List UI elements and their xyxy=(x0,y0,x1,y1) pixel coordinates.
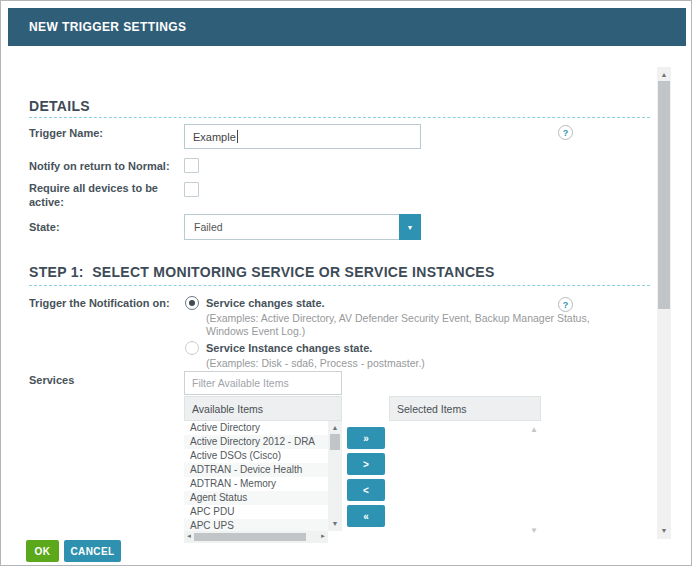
scroll-up-icon[interactable]: ▲ xyxy=(657,70,671,80)
available-items-list: Active DirectoryActive Directory 2012 - … xyxy=(184,421,328,531)
available-list-hscrollbar[interactable]: ◄ ► xyxy=(184,531,328,543)
chevron-down-icon[interactable]: ▼ xyxy=(399,214,421,240)
scroll-up-icon[interactable]: ▲ xyxy=(530,425,538,434)
radio-service-changes-state[interactable] xyxy=(185,296,199,310)
option1-example-line2: Windows Event Log.) xyxy=(206,325,305,338)
option2-example: (Examples: Disk - sda6, Process - postma… xyxy=(206,357,425,370)
available-items-listbox: Active DirectoryActive Directory 2012 - … xyxy=(184,421,342,543)
scroll-right-icon[interactable]: ► xyxy=(320,533,326,539)
require-active-checkbox[interactable] xyxy=(184,182,199,197)
scroll-down-icon[interactable]: ▼ xyxy=(657,526,671,536)
details-heading: DETAILS xyxy=(29,98,90,114)
selected-items-list xyxy=(389,421,541,543)
radio-service-instance-label: Service Instance changes state. xyxy=(206,342,372,354)
move-all-right-button[interactable]: » xyxy=(347,427,385,449)
section-divider xyxy=(29,285,650,286)
scroll-down-icon[interactable]: ▼ xyxy=(328,519,342,529)
move-all-left-button[interactable]: « xyxy=(347,505,385,527)
scrollbar-thumb[interactable] xyxy=(330,434,340,450)
dialog-title: NEW TRIGGER SETTINGS xyxy=(29,20,186,34)
trigger-name-input[interactable]: Example xyxy=(184,124,421,149)
notify-normal-checkbox[interactable] xyxy=(184,158,199,173)
page-scrollbar[interactable]: ▲ ▼ xyxy=(657,67,671,539)
list-item[interactable]: Agent Status xyxy=(184,491,328,505)
list-item[interactable]: ADTRAN - Device Health xyxy=(184,463,328,477)
available-list-vscrollbar[interactable]: ▲ ▼ xyxy=(328,421,342,531)
selected-items-listbox: ▲ ▼ xyxy=(389,421,541,543)
trigger-name-value: Example xyxy=(193,131,236,143)
state-select[interactable]: Failed ▼ xyxy=(184,214,421,240)
option1-example-line1: (Examples: Active Directory, AV Defender… xyxy=(206,312,590,325)
scroll-down-icon[interactable]: ▼ xyxy=(530,526,538,535)
scroll-left-icon[interactable]: ◄ xyxy=(186,533,192,539)
scroll-up-icon[interactable]: ▲ xyxy=(328,423,342,433)
cancel-button[interactable]: CANCEL xyxy=(64,540,121,562)
require-active-label: Require all devices to be active: xyxy=(29,182,181,209)
services-label: Services xyxy=(29,374,181,388)
move-left-button[interactable]: < xyxy=(347,479,385,501)
help-icon[interactable]: ? xyxy=(558,297,573,312)
scrollbar-thumb[interactable] xyxy=(194,533,306,541)
scrollbar-thumb[interactable] xyxy=(658,81,670,309)
list-item[interactable]: Active Directory xyxy=(184,421,328,435)
radio-service-changes-label: Service changes state. xyxy=(206,297,325,309)
available-items-header: Available Items xyxy=(184,396,342,421)
dialog-titlebar: NEW TRIGGER SETTINGS xyxy=(8,8,686,46)
help-icon[interactable]: ? xyxy=(558,125,573,140)
radio-service-instance-changes-state[interactable] xyxy=(185,341,199,355)
move-right-button[interactable]: > xyxy=(347,453,385,475)
list-item[interactable]: ADTRAN - Memory xyxy=(184,477,328,491)
list-item[interactable]: Active DSOs (Cisco) xyxy=(184,449,328,463)
step1-heading: STEP 1: SELECT MONITORING SERVICE OR SER… xyxy=(29,264,495,280)
new-trigger-settings-dialog: NEW TRIGGER SETTINGS DETAILS Trigger Nam… xyxy=(0,0,692,566)
trigger-name-label: Trigger Name: xyxy=(29,127,181,141)
list-item[interactable]: Active Directory 2012 - DRA xyxy=(184,435,328,449)
notify-normal-label: Notify on return to Normal: xyxy=(29,160,181,174)
text-cursor xyxy=(237,130,238,143)
ok-button[interactable]: OK xyxy=(26,540,59,562)
list-item[interactable]: APC PDU xyxy=(184,505,328,519)
section-divider xyxy=(29,117,650,118)
filter-available-items-input[interactable] xyxy=(184,371,342,395)
state-value: Failed xyxy=(194,221,223,233)
state-label: State: xyxy=(29,221,181,235)
selected-items-header: Selected Items xyxy=(389,396,541,421)
trigger-on-label: Trigger the Notification on: xyxy=(29,297,189,311)
list-item[interactable]: APC UPS xyxy=(184,519,328,531)
